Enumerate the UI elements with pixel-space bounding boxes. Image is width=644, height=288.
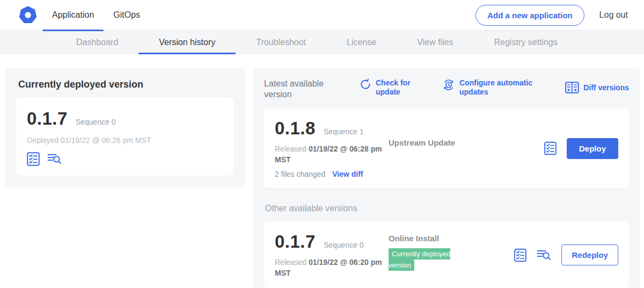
view-logs-icon[interactable] — [47, 153, 62, 165]
latest-version-number: 0.1.8 — [275, 118, 316, 139]
latest-actions: Deploy — [544, 118, 618, 178]
latest-version-card: 0.1.8 Sequence 1 Released 01/19/22 @ 06:… — [264, 109, 629, 188]
latest-source-label: Upstream Update — [389, 138, 455, 178]
currently-deployed-badge: Currently deployed version — [389, 248, 450, 271]
tab-gitops[interactable]: GitOps — [104, 0, 150, 31]
topnav-tabs: Application GitOps — [42, 0, 150, 31]
subnav-item-registry-settings[interactable]: Registry settings — [473, 31, 577, 54]
other-version-number: 0.1.7 — [275, 232, 316, 252]
latest-sequence-label: Sequence 1 — [324, 127, 364, 136]
top-navbar: Application GitOps Add a new application… — [0, 0, 644, 31]
other-available-versions-title: Other available versions — [265, 204, 629, 213]
refresh-icon — [360, 78, 371, 90]
files-changed-label: 2 files changed — [275, 170, 325, 178]
subnav-item-version-history[interactable]: Version history — [138, 31, 236, 54]
app-logo-icon — [19, 6, 37, 24]
available-versions-panel: Latest available version Check for updat… — [253, 68, 640, 288]
diff-versions-link[interactable]: Diff versions — [565, 82, 629, 93]
preflight-checklist-icon[interactable] — [544, 141, 557, 155]
currently-deployed-panel: Currently deployed version 0.1.7 Sequenc… — [5, 68, 245, 188]
other-source-label: Online Install — [389, 234, 479, 243]
deployed-actions — [27, 152, 223, 166]
deployed-sequence-label: Sequence 0 — [76, 118, 116, 126]
latest-version-info: 0.1.8 Sequence 1 Released 01/19/22 @ 06:… — [275, 118, 389, 178]
other-actions: Redeploy — [514, 232, 618, 278]
topnav-right: Add a new application Log out — [475, 5, 628, 26]
add-new-application-button[interactable]: Add a new application — [475, 5, 584, 26]
preflight-checklist-icon[interactable] — [514, 248, 526, 262]
other-source-column: Online Install Currently deployed versio… — [389, 234, 479, 278]
subnav-item-license[interactable]: License — [326, 31, 397, 54]
other-version-info: 0.1.7 Sequence 0 Released 01/19/22 @ 06:… — [275, 232, 389, 278]
other-version-card: 0.1.7 Sequence 0 Released 01/19/22 @ 06:… — [264, 222, 629, 288]
deployed-timestamp: Deployed 01/19/22 @ 06:26 pm MST — [27, 136, 223, 145]
logout-link[interactable]: Log out — [599, 10, 628, 20]
tab-application[interactable]: Application — [42, 0, 104, 31]
main-content: Currently deployed version 0.1.7 Sequenc… — [0, 54, 644, 288]
other-released-timestamp: Released 01/19/22 @ 06:20 pm MST — [275, 257, 382, 278]
deploy-button[interactable]: Deploy — [567, 138, 618, 159]
subnav-item-dashboard[interactable]: Dashboard — [56, 31, 138, 54]
view-diff-link[interactable]: View diff — [332, 170, 363, 178]
version-row: 0.1.7 Sequence 0 — [27, 109, 223, 129]
preflight-checklist-icon[interactable] — [27, 152, 40, 166]
view-logs-icon[interactable] — [537, 249, 551, 262]
latest-available-title: Latest available version — [264, 78, 335, 100]
currently-deployed-title: Currently deployed version — [18, 79, 234, 90]
configure-automatic-updates-link[interactable]: Configure automatic updates — [442, 78, 541, 96]
auto-update-clock-icon — [442, 78, 455, 91]
subnav-item-view-files[interactable]: View files — [397, 31, 473, 54]
other-sequence-label: Sequence 0 — [324, 241, 364, 249]
subnav-item-troubleshoot[interactable]: Troubleshoot — [236, 31, 326, 54]
available-header: Latest available version Check for updat… — [264, 78, 629, 100]
deployed-version-card: 0.1.7 Sequence 0 Deployed 01/19/22 @ 06:… — [16, 98, 234, 176]
redeploy-button[interactable]: Redeploy — [561, 244, 618, 265]
deployed-version-number: 0.1.7 — [27, 109, 68, 129]
check-for-update-link[interactable]: Check for update — [360, 78, 413, 96]
latest-released-timestamp: Released 01/19/22 @ 06:28 pm MST — [275, 144, 382, 165]
app-subnav: Dashboard Version history Troubleshoot L… — [0, 31, 644, 54]
diff-icon — [565, 82, 579, 93]
